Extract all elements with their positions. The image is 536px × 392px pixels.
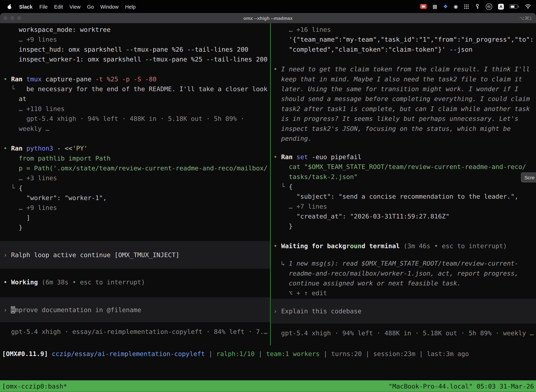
composer-suggestion-line: › Explain this codebase: [273, 306, 536, 316]
session-status-line: gpt-5.4 xhigh · essay/ai-reimplementatio…: [3, 327, 270, 336]
injected-prompt[interactable]: › Ralph loop active continue [OMX_TMUX_I…: [0, 241, 270, 269]
ran-tmux-capture-line: • Ran tmux capture-pane -t %25 -p -S -80: [3, 74, 270, 84]
record-indicator-icon[interactable]: ◉: [454, 3, 458, 9]
mailbox-notice-line: continue assigned work or next feasible …: [273, 278, 536, 288]
injected-prompt-line: › Ralph loop active continue [OMX_TMUX_I…: [3, 250, 270, 260]
tmux-status-bar: [omx-cczip0:bash* "MacBook-Pro-44.local"…: [0, 380, 536, 392]
ran-cat-task-line: • Ran set -euo pipefail: [273, 152, 536, 162]
ran-cat-task-line: }: [273, 221, 536, 231]
dots-grid-icon[interactable]: [464, 4, 469, 9]
session-status-line: gpt-5.4 xhigh · 94% left · 488K in · 5.1…: [273, 328, 536, 338]
ran-cat-task-line: "created_at": "2026-03-31T11:59:27.816Z": [273, 211, 536, 221]
command-output-line: "completed","claim_token":"claim-token"}…: [273, 44, 536, 54]
ran-cat-task-line: tasks/task-2.json": [273, 172, 536, 182]
spacer: [273, 231, 536, 241]
tmux-session-label: [omx-cczip0:bash*: [2, 383, 67, 390]
spacer: [273, 251, 536, 258]
ran-python-line: └ {: [3, 183, 270, 193]
config-output-line: inspect_worker-1: omx sparkshell --tmux-…: [3, 54, 270, 64]
ran-cat-task-line: cat "$OMX_TEAM_STATE_ROOT/team/review-cu…: [273, 162, 536, 172]
menu-help[interactable]: Help: [125, 4, 136, 9]
command-output-line: … +16 lines: [273, 25, 536, 34]
waiting-status-line: • Waiting for background terminal (3m 46…: [273, 241, 536, 251]
config-output-line: inspect_hud: omx sparkshell --tmux-pane …: [3, 44, 270, 54]
spacer: [273, 54, 536, 64]
thinking-line: task2 after task1 is complete, but can I…: [273, 104, 536, 114]
right-pane[interactable]: … +16 lines '{"team_name":"my-team","tas…: [271, 23, 536, 345]
ran-python-line: "worker": "worker-1",: [3, 193, 270, 203]
config-output-line: workspace_mode: worktree: [3, 25, 270, 34]
thinking-line: keep that in mind. Maybe I also need the…: [273, 74, 536, 84]
status-icons: ▦❖◉61A: [420, 3, 536, 10]
battery-icon[interactable]: [510, 5, 517, 9]
menu-file[interactable]: File: [39, 4, 48, 9]
battery-percentage-icon[interactable]: 61: [486, 3, 492, 10]
thinking-line: later. Using the same for transition mig…: [273, 84, 536, 94]
terminal-window: omx --xhigh --madmax ⌥⌘1 workspace_mode:…: [0, 13, 536, 392]
ran-python-line: from pathlib import Path: [3, 153, 270, 163]
active-app-menu[interactable]: Slack: [19, 4, 33, 9]
thinking-line: pending.: [273, 134, 536, 143]
ran-tmux-capture-line: … +110 lines: [3, 104, 270, 114]
blue-app-icon[interactable]: ❖: [443, 3, 448, 9]
apple-logo-icon[interactable]: [7, 4, 12, 9]
ran-cat-task-line: "subject": "send a concise recommendatio…: [273, 191, 536, 201]
ran-cat-task-line: … +7 lines: [273, 201, 536, 211]
close-button[interactable]: [3, 16, 7, 20]
ran-python-line: }: [3, 223, 270, 232]
thinking-line: inspect task2's JSON, focusing on the st…: [273, 124, 536, 134]
mailbox-notice-line: ↳ 1 new msg(s): read $OMX_TEAM_STATE_ROO…: [273, 258, 536, 268]
window-title: omx --xhigh --madmax: [243, 15, 293, 21]
ran-python-line: ]: [3, 213, 270, 223]
composer-suggestion[interactable]: › Explain this codebase: [271, 299, 536, 324]
wifi-icon[interactable]: [525, 4, 531, 9]
menu-edit[interactable]: Edit: [54, 4, 63, 9]
left-pane[interactable]: workspace_mode: worktree … +9 lines insp…: [0, 23, 270, 345]
terminal-content: workspace_mode: worktree … +9 lines insp…: [0, 23, 536, 392]
ran-tmux-capture-line: at: [3, 94, 270, 104]
ran-python-line: … +3 lines: [3, 173, 270, 183]
menu-go[interactable]: Go: [87, 4, 94, 9]
input-source-icon[interactable]: A: [498, 4, 504, 9]
thinking-line: • I need to get the claim token from the…: [273, 64, 536, 74]
screen-share-tooltip[interactable]: Scre: [521, 173, 536, 182]
ran-tmux-capture-line: weekly …: [3, 124, 270, 134]
spacer: [3, 287, 270, 297]
tmux-host-clock: "MacBook-Pro-44.local" 05:03 31-Mar-26: [388, 383, 534, 390]
window-manager-icon[interactable]: ▦: [433, 3, 438, 9]
spacer: [273, 143, 536, 152]
macos-menu-bar: Slack FileEditViewGoWindowHelp ▦❖◉61A: [0, 0, 536, 13]
minimize-button[interactable]: [10, 16, 14, 20]
mailbox-notice-line: readme-and-reco/mailbox/worker-1.json, a…: [273, 268, 536, 278]
window-titlebar[interactable]: omx --xhigh --madmax ⌥⌘1: [0, 13, 536, 23]
traffic-lights: [3, 13, 21, 23]
ran-python-line: • Ran python3 - <<'PY': [3, 143, 270, 153]
ran-python-line: p = Path('.omx/state/team/review-current…: [3, 163, 270, 173]
command-output-line: '{"team_name":"my-team","task_id":"1","f…: [273, 34, 536, 44]
composer-input[interactable]: › Improve documentation in @filename: [0, 297, 270, 322]
menu-window[interactable]: Window: [100, 4, 119, 9]
ran-python-line: … +9 lines: [3, 203, 270, 213]
spacer: [3, 269, 270, 277]
spacer: [3, 322, 270, 327]
thinking-line: should send a message before completing …: [273, 94, 536, 104]
menu-view[interactable]: View: [69, 4, 81, 9]
mailbox-notice-line: ⌥ + ↑ edit: [273, 288, 536, 298]
spacer: [3, 233, 270, 241]
config-output-line: … +9 lines: [3, 34, 270, 44]
spacer: [3, 134, 270, 143]
menu-items: FileEditViewGoWindowHelp: [39, 4, 136, 9]
working-status-line: • Working (6m 38s • esc to interrupt): [3, 277, 270, 287]
zoom-button[interactable]: [17, 16, 21, 20]
key-icon[interactable]: [475, 4, 480, 9]
ran-cat-task-line: └ {: [273, 182, 536, 191]
screen: Slack FileEditViewGoWindowHelp ▦❖◉61A om…: [0, 0, 536, 392]
spacer: [273, 324, 536, 328]
menu-bar-left: Slack FileEditViewGoWindowHelp: [0, 4, 136, 9]
screen-recording-icon[interactable]: [420, 4, 427, 9]
omx-status-line: [OMX#0.11.9] cczip/essay/ai-reimplementa…: [2, 349, 469, 359]
ran-tmux-capture-line: └ be necessary for the end of the README…: [3, 84, 270, 94]
composer-input-line: › Improve documentation in @filename: [3, 305, 270, 315]
ran-tmux-capture-line: gpt-5.4 xhigh · 94% left · 488K in · 5.1…: [3, 114, 270, 123]
screen-share-tooltip-label: Scre: [524, 175, 535, 180]
